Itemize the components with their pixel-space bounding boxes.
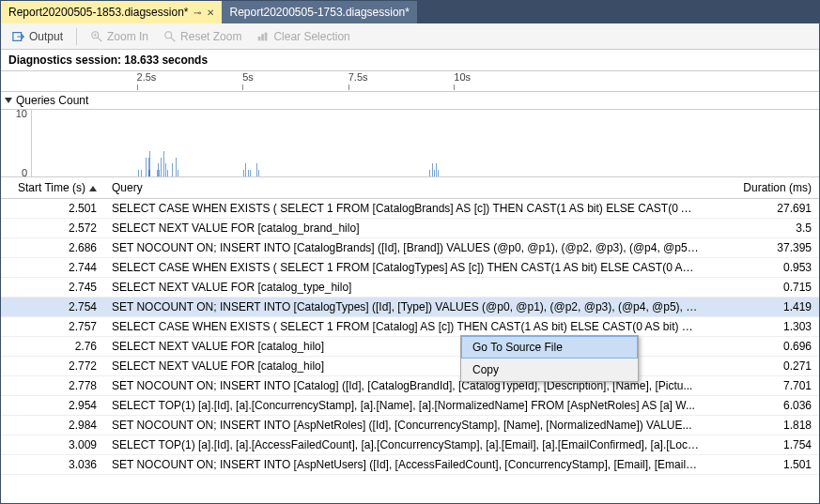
chart-y-axis: 10 0	[1, 110, 31, 176]
context-menu-item[interactable]: Copy	[461, 359, 638, 381]
table-row[interactable]: 2.744SELECT CASE WHEN EXISTS ( SELECT 1 …	[1, 258, 819, 278]
chart-bar	[167, 170, 168, 176]
cell-query: SELECT TOP(1) [a].[Id], [a].[AccessFaile…	[104, 435, 706, 455]
cell-duration: 27.691	[706, 199, 819, 219]
cell-start-time: 2.686	[1, 238, 104, 258]
table-row[interactable]: 2.984SET NOCOUNT ON; INSERT INTO [AspNet…	[1, 416, 819, 435]
queries-count-chart[interactable]: 10 0	[1, 110, 819, 177]
chart-bar	[438, 170, 439, 176]
cell-duration: 1.501	[706, 455, 819, 475]
chart-plot[interactable]	[31, 110, 819, 176]
svg-line-6	[171, 37, 175, 40]
tab-label: Report20200505-1753.diagsession*	[229, 6, 409, 19]
col-query[interactable]: Query	[104, 177, 706, 199]
sort-asc-icon	[89, 186, 97, 191]
cell-duration: 1.754	[706, 435, 819, 455]
cell-duration: 3.5	[706, 219, 819, 238]
collapse-icon[interactable]	[5, 98, 12, 103]
chart-bar	[172, 163, 173, 176]
clear-selection-label: Clear Selection	[273, 30, 349, 43]
table-row[interactable]: 3.009SELECT TOP(1) [a].[Id], [a].[Access…	[1, 435, 819, 455]
chart-bar	[258, 170, 259, 176]
cell-duration: 1.419	[706, 298, 819, 317]
table-row[interactable]: 2.778SET NOCOUNT ON; INSERT INTO [Catalo…	[1, 376, 819, 396]
chart-bar	[146, 158, 147, 176]
svg-rect-7	[258, 37, 261, 40]
table-row[interactable]: 2.501SELECT CASE WHEN EXISTS ( SELECT 1 …	[1, 199, 819, 219]
tab-report-1853[interactable]: Report20200505-1853.diagsession* ⊸ ✕	[1, 1, 222, 23]
cell-duration: 0.953	[706, 258, 819, 278]
cell-query: SET NOCOUNT ON; INSERT INTO [AspNetUsers…	[104, 455, 706, 475]
cell-start-time: 2.76	[1, 337, 104, 357]
query-table: Start Time (s) Query Duration (ms) 2.501…	[1, 177, 819, 475]
cell-query: SET NOCOUNT ON; INSERT INTO [CatalogBran…	[104, 238, 706, 258]
chart-bar	[163, 151, 164, 176]
timeline-tick: 10s	[454, 71, 471, 83]
table-row[interactable]: 2.757SELECT CASE WHEN EXISTS ( SELECT 1 …	[1, 317, 819, 337]
cell-query: SELECT CASE WHEN EXISTS ( SELECT 1 FROM …	[104, 258, 706, 278]
cell-start-time: 2.572	[1, 219, 104, 238]
separator	[76, 28, 77, 45]
toolbar: Output Zoom In Reset Zoom Clear Selectio…	[1, 23, 819, 50]
close-icon[interactable]: ✕	[207, 8, 214, 18]
chart-bar	[161, 158, 162, 176]
table-row[interactable]: 3.036SET NOCOUNT ON; INSERT INTO [AspNet…	[1, 455, 819, 475]
tab-label: Report20200505-1853.diagsession*	[8, 6, 188, 19]
clear-selection-icon	[256, 30, 270, 43]
chart-bar	[165, 163, 166, 176]
chart-bar	[243, 170, 244, 176]
chart-bar	[176, 158, 177, 176]
cell-duration: 0.271	[706, 357, 819, 376]
context-menu: Go To Source FileCopy	[460, 335, 639, 382]
cell-duration: 1.303	[706, 317, 819, 337]
session-label: Diagnostics session: 18.633 seconds	[1, 50, 819, 71]
clear-selection-button: Clear Selection	[251, 28, 355, 45]
reset-zoom-icon	[163, 30, 177, 43]
cell-duration: 0.715	[706, 278, 819, 298]
cell-duration: 0.696	[706, 337, 819, 357]
cell-start-time: 2.757	[1, 317, 104, 337]
col-start-time[interactable]: Start Time (s)	[1, 177, 104, 199]
queries-count-header[interactable]: Queries Count	[1, 92, 819, 110]
tab-report-1753[interactable]: Report20200505-1753.diagsession*	[222, 1, 416, 23]
cell-start-time: 2.744	[1, 258, 104, 278]
pin-icon[interactable]: ⊸	[193, 8, 201, 18]
col-duration[interactable]: Duration (ms)	[706, 177, 819, 199]
query-table-scroll[interactable]: Start Time (s) Query Duration (ms) 2.501…	[1, 177, 819, 503]
chart-bar	[250, 170, 251, 176]
cell-duration: 1.818	[706, 416, 819, 435]
table-row[interactable]: 2.772SELECT NEXT VALUE FOR [catalog_hilo…	[1, 357, 819, 376]
cell-duration: 37.395	[706, 238, 819, 258]
output-button[interactable]: Output	[7, 28, 69, 45]
svg-rect-9	[265, 32, 268, 40]
cell-start-time: 2.984	[1, 416, 104, 435]
table-header-row: Start Time (s) Query Duration (ms)	[1, 177, 819, 199]
cell-start-time: 2.772	[1, 357, 104, 376]
output-icon	[12, 30, 25, 43]
table-row[interactable]: 2.954SELECT TOP(1) [a].[Id], [a].[Concur…	[1, 396, 819, 416]
zoom-in-label: Zoom In	[107, 30, 148, 43]
cell-start-time: 3.036	[1, 455, 104, 475]
svg-line-2	[98, 37, 101, 40]
table-row[interactable]: 2.686SET NOCOUNT ON; INSERT INTO [Catalo…	[1, 238, 819, 258]
timeline-tick: 7.5s	[348, 71, 368, 83]
chart-bar	[178, 170, 178, 176]
cell-query: SELECT CASE WHEN EXISTS ( SELECT 1 FROM …	[104, 317, 706, 337]
chart-bar	[436, 163, 437, 176]
table-row[interactable]: 2.745SELECT NEXT VALUE FOR [catalog_type…	[1, 278, 819, 298]
zoom-in-icon	[90, 30, 103, 43]
timeline-ruler[interactable]: 2.5s5s7.5s10s	[1, 71, 819, 92]
chart-bar	[429, 170, 430, 176]
table-row[interactable]: 2.754SET NOCOUNT ON; INSERT INTO [Catalo…	[1, 298, 819, 317]
table-row[interactable]: 2.76SELECT NEXT VALUE FOR [catalog_hilo]…	[1, 337, 819, 357]
context-menu-item[interactable]: Go To Source File	[461, 336, 638, 359]
cell-duration: 7.701	[706, 376, 819, 396]
cell-query: SELECT NEXT VALUE FOR [catalog_brand_hil…	[104, 219, 706, 238]
svg-point-5	[165, 31, 172, 38]
table-row[interactable]: 2.572SELECT NEXT VALUE FOR [catalog_bran…	[1, 219, 819, 238]
chart-bar	[141, 170, 142, 176]
reset-zoom-label: Reset Zoom	[180, 30, 241, 43]
cell-query: SET NOCOUNT ON; INSERT INTO [AspNetRoles…	[104, 416, 706, 435]
cell-start-time: 2.501	[1, 199, 104, 219]
cell-start-time: 2.954	[1, 396, 104, 416]
